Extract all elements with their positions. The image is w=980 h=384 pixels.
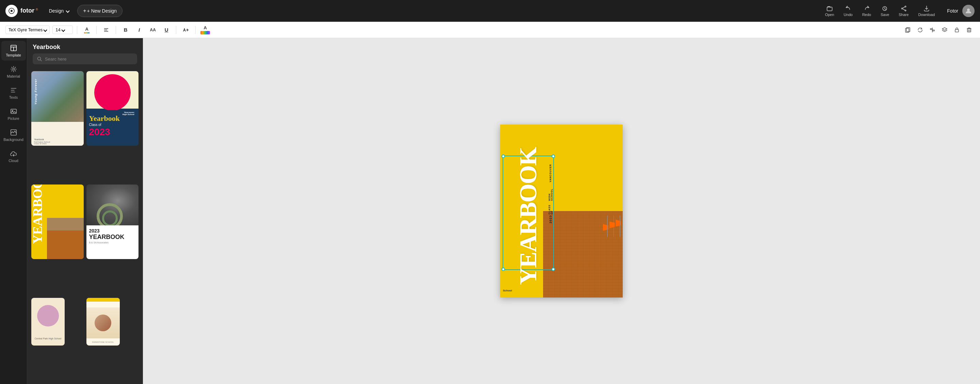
refresh-button[interactable]: [915, 24, 926, 35]
plus-icon: +: [83, 8, 86, 14]
main-content: Template Material Texts Picture: [0, 38, 980, 384]
user-avatar[interactable]: [962, 5, 975, 17]
share-icon: [900, 5, 907, 12]
text-align-button[interactable]: [101, 24, 111, 35]
open-icon: [826, 5, 833, 12]
svg-point-24: [12, 110, 13, 112]
background-icon: [10, 129, 18, 136]
save-button[interactable]: Save: [877, 3, 893, 19]
multicolor-swatch: [200, 31, 210, 34]
t6-school-label: FARMSTONE SCHOOL: [86, 341, 120, 343]
design-label: Design: [49, 8, 64, 14]
divider-5: [195, 26, 196, 34]
svg-point-5: [901, 8, 902, 9]
picture-icon: [10, 108, 18, 115]
text-size-button[interactable]: AA: [147, 24, 158, 35]
handle-bottom-left[interactable]: [501, 268, 505, 271]
italic-button[interactable]: I: [134, 24, 145, 35]
design-canvas[interactable]: VANCOUVER HIGH SCHOOL CLASS OF 2023 YEAR…: [500, 124, 623, 298]
save-label: Save: [881, 13, 889, 17]
left-panel: Yearbook Young Forever Yearbook Farringt…: [27, 38, 143, 384]
redo-button[interactable]: Redo: [858, 3, 875, 19]
svg-line-27: [40, 60, 42, 61]
t4-subtitle: B & SA Associates: [89, 241, 136, 244]
underline-label: U: [165, 27, 169, 33]
material-icon: [10, 65, 18, 73]
right-format-buttons: [902, 24, 975, 35]
t3-brick: [47, 218, 83, 259]
template-item-1[interactable]: VancouverHigh School Yearbook Class of 2…: [86, 71, 139, 146]
template-item-5[interactable]: FARMSTONE SCHOOL: [86, 298, 120, 346]
new-design-label: + New Design: [87, 8, 117, 14]
redo-label: Redo: [862, 13, 871, 17]
divider-2: [96, 26, 97, 34]
template-item-3[interactable]: 2023 YEARBOOK B & SA Associates: [86, 185, 139, 259]
t5-circle: [37, 305, 59, 327]
open-button[interactable]: Open: [821, 3, 838, 19]
logo: fotor ®: [5, 5, 38, 17]
align-icon: [103, 27, 109, 33]
bold-button[interactable]: B: [120, 24, 131, 35]
font-size-select[interactable]: 14: [52, 25, 73, 34]
color-a-label: A: [85, 27, 88, 32]
letterspacing-icon: [183, 27, 189, 33]
sidebar-item-template[interactable]: Template: [2, 41, 26, 61]
new-design-button[interactable]: + + New Design: [77, 5, 123, 17]
font-size-value: 14: [56, 27, 60, 32]
sidebar-item-cloud[interactable]: Cloud: [2, 147, 26, 166]
lock-icon: [954, 27, 960, 33]
color-swatch: [84, 32, 89, 33]
cloud-icon: [10, 150, 18, 157]
svg-rect-15: [930, 29, 932, 30]
handle-top-left[interactable]: [501, 155, 505, 158]
text-size-label: AA: [150, 27, 156, 32]
download-button[interactable]: Download: [914, 3, 939, 19]
align-items-button[interactable]: [927, 24, 938, 35]
bold-label: B: [124, 27, 127, 33]
search-input[interactable]: [45, 56, 133, 62]
user-name: Fotor: [947, 8, 958, 14]
delete-button[interactable]: [964, 24, 975, 35]
svg-point-22: [13, 68, 14, 70]
texts-label: Texts: [9, 95, 18, 99]
t4-yearbook: YEARBOOK: [89, 234, 136, 241]
t2-vancouver-label: VancouverHigh School: [123, 112, 134, 115]
text-color-button[interactable]: A: [81, 24, 92, 35]
template-item-4[interactable]: Central Park High School: [31, 298, 65, 346]
template-item-2[interactable]: 2023 YEARBOOK: [31, 185, 84, 259]
lock-button[interactable]: [951, 24, 962, 35]
svg-point-1: [11, 10, 13, 12]
texts-icon: [10, 86, 18, 94]
font-family-select[interactable]: TeX Gyre Termes: [5, 25, 50, 34]
undo-button[interactable]: Undo: [840, 3, 856, 19]
share-button[interactable]: Share: [894, 3, 913, 19]
template-item-0[interactable]: Young Forever Yearbook Farrington School…: [31, 71, 84, 146]
sidebar-item-picture[interactable]: Picture: [2, 104, 26, 124]
t2-top-section: [86, 71, 139, 108]
t5-school-label: Central Park High School: [31, 337, 65, 340]
design-button[interactable]: Design: [46, 7, 72, 15]
save-icon: [881, 5, 888, 12]
sidebar-item-background[interactable]: Background: [2, 125, 26, 145]
t2-year-label: 2023: [89, 127, 136, 137]
open-label: Open: [825, 13, 834, 17]
refresh-icon: [917, 27, 923, 33]
letter-spacing-button[interactable]: [180, 24, 191, 35]
align-items-icon: [929, 27, 935, 33]
share-label: Share: [899, 13, 908, 17]
layers-button[interactable]: [939, 24, 950, 35]
sidebar-item-material[interactable]: Material: [2, 62, 26, 82]
divider-3: [116, 26, 116, 34]
fontsize-chevron-icon: [61, 28, 65, 32]
copy-style-button[interactable]: [902, 24, 913, 35]
canvas-area: VANCOUVER HIGH SCHOOL CLASS OF 2023 YEAR…: [143, 38, 980, 384]
template-label: Template: [6, 53, 21, 57]
canvas-school-bottom: School: [503, 289, 512, 292]
sidebar-item-texts[interactable]: Texts: [2, 83, 26, 103]
multicolor-button[interactable]: A: [200, 24, 211, 35]
underline-button[interactable]: U: [161, 24, 172, 35]
t6-circle: [95, 315, 111, 331]
canvas-yearbook-text: YEARBOOK: [518, 147, 539, 285]
logo-text: fotor: [21, 7, 34, 14]
delete-icon: [966, 27, 972, 33]
